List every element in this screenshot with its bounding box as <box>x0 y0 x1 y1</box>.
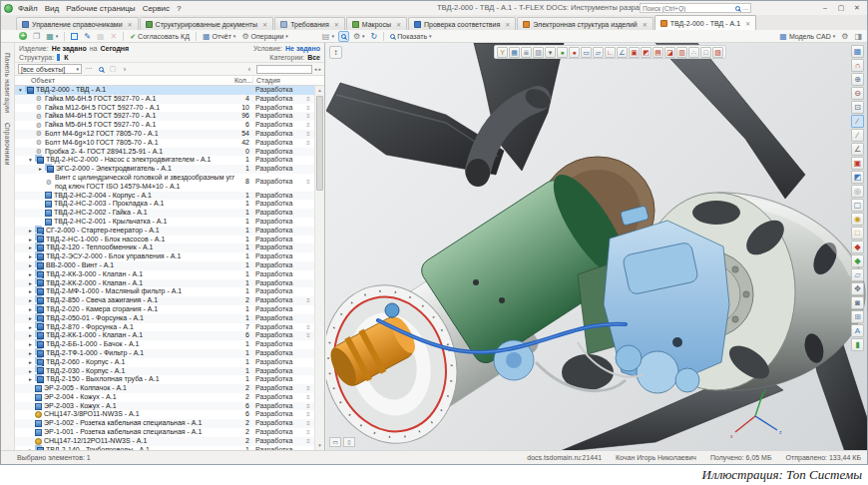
global-search[interactable]: ⋯ <box>640 3 751 13</box>
tab-close-icon[interactable]: ✕ <box>334 21 339 28</box>
document-tab[interactable]: Структурированные документы ✕ <box>140 17 274 30</box>
filter-icon[interactable]: Y <box>497 47 508 58</box>
iso-view-icon[interactable]: ◆ <box>851 254 864 267</box>
table-row[interactable]: ▸ ТВД-2-150 - Выхлопная труба - А.1 1 Ра… <box>15 375 314 384</box>
table-row[interactable]: ▸ ТВД-2-050-01 - Форсунка - А.1 1 Разраб… <box>15 314 314 323</box>
menu-item[interactable]: Вид <box>45 4 59 13</box>
magnet-icon[interactable]: ∩ <box>851 59 864 72</box>
expand-arrow-icon[interactable]: ▸ <box>27 305 34 314</box>
dropdown-caret-icon[interactable]: ▾ <box>545 47 556 58</box>
angle-icon[interactable]: ∠ <box>617 47 628 58</box>
view-button[interactable] <box>69 31 80 42</box>
table-row[interactable]: ⚙ Болт М4-6g×10 ГОСТ 7805-70 - А.1 42 Ра… <box>15 139 314 148</box>
table-row[interactable]: СНЦ147-3/8РО11-NW3S - А.1 6 Разработка ≡ <box>15 410 314 419</box>
zoom-window-icon[interactable]: ⊡ <box>851 101 864 114</box>
section-right-icon[interactable]: ◪ <box>664 47 675 58</box>
column-object[interactable]: Объект <box>15 77 234 84</box>
rotate-disc-icon[interactable]: ◎ <box>851 185 864 198</box>
close-button[interactable]: ✕ <box>849 1 865 15</box>
product-value[interactable]: Не задано <box>52 45 87 52</box>
expand-arrow-icon[interactable]: ▸ <box>27 367 34 376</box>
operations-button[interactable]: ⚙Операции▾ <box>239 31 289 42</box>
search-prev-icon[interactable]: ◂ <box>314 66 317 72</box>
table-row[interactable]: ⚙ Болт М4-6g×12 ГОСТ 7805-70 - А.1 54 Ра… <box>15 130 314 139</box>
table-row[interactable]: ▸ ТВД-2-КК-1-000 - Клапан - А.1 6 Разраб… <box>15 331 314 340</box>
side-rail-tab[interactable]: Справочники <box>4 123 11 166</box>
filter-search-button[interactable] <box>96 64 106 74</box>
table-row[interactable]: ▾ ТВД-2-000 - ТВД - А.1 Разработка <box>15 86 314 95</box>
approve-kd-button[interactable]: ✔Согласовать КД <box>128 31 192 42</box>
zoom-in-icon[interactable]: ⊕ <box>851 73 864 86</box>
expand-arrow-icon[interactable]: ▸ <box>27 375 34 384</box>
document-tab[interactable]: Требования ✕ <box>274 17 345 30</box>
expand-arrow-icon[interactable]: ▸ <box>27 331 34 340</box>
maximize-button[interactable]: ▢ <box>833 1 849 15</box>
rect-region-icon[interactable]: ▭ <box>581 47 592 58</box>
table-row[interactable]: ▸ СГ-2-000 - Стартер-генератор - А.1 1 Р… <box>15 227 314 236</box>
plane-icon[interactable]: ▱ <box>593 47 604 58</box>
table-view-button[interactable]: ▦▾ <box>44 31 60 42</box>
table-row[interactable]: ЭР-2-005 - Колпачок - А.1 2 Разработка ≡ <box>15 384 314 393</box>
object-filter-select[interactable]: [все объекты]▾ <box>18 64 82 74</box>
table-row[interactable]: ▾ ТВД-2-НС-2-000 - Насос с электродвигат… <box>15 156 314 165</box>
table-row[interactable]: ▸ ТВД-2-060 - Корпус - А.1 1 Разработка <box>15 358 314 367</box>
delete-button[interactable]: ✕ <box>109 31 120 42</box>
expand-arrow-icon[interactable]: ▸ <box>37 165 44 174</box>
section-left-icon[interactable]: ◩ <box>641 47 651 58</box>
clip-volume-icon[interactable]: ∴ <box>688 47 699 58</box>
table-row[interactable]: ▸ ТВД-2-020 - Камера сгорания - А.1 1 Ра… <box>15 305 314 314</box>
table-row[interactable]: ▸ ТВД-2-НС-1-000 - Блок насосов - А.1 1 … <box>15 236 314 244</box>
page-remove-icon[interactable]: ▨ <box>712 47 723 58</box>
section-bottom-icon[interactable]: ▥ <box>676 47 687 58</box>
menu-item[interactable]: Файл <box>18 4 38 13</box>
camera-icon[interactable]: ◙ <box>851 296 864 309</box>
table-row[interactable]: ЭР-2-003 - Кожух - А.1 6 Разработка ≡ <box>15 402 314 411</box>
expand-arrow-icon[interactable]: ▸ <box>27 236 34 244</box>
table-row[interactable]: ⚙ Гайка М6-6Н.5 ГОСТ 5927-70 - А.1 4 Раз… <box>15 95 314 104</box>
expand-arrow-icon[interactable]: ▸ <box>27 323 34 332</box>
split-horizontal-button[interactable]: ▭ <box>329 437 341 447</box>
expand-arrow-icon[interactable]: ▸ <box>27 279 34 288</box>
report-button[interactable]: ▦Отчёт▾ <box>201 31 237 42</box>
filter-more-button[interactable]: ⋯ <box>84 64 94 74</box>
tools-button[interactable]: ⚙▾ <box>351 31 367 42</box>
document-tab[interactable]: Макросы ✕ <box>346 17 407 30</box>
table-row[interactable]: ▸ ТВД-2-КК-3-000 - Клапан - А.1 1 Разраб… <box>15 270 314 279</box>
column-stage[interactable]: Стадия <box>252 77 302 84</box>
projection-icon[interactable]: ⊞ <box>851 310 864 323</box>
search-icon[interactable] <box>735 6 740 11</box>
current-user[interactable]: Кочан Игорь Николаевич <box>616 454 696 461</box>
table-row[interactable]: ▸ ТВД-2-850 - Свеча зажигания - А.1 2 Ра… <box>15 296 314 305</box>
search-next-icon[interactable]: ▸ <box>318 66 321 72</box>
tab-close-icon[interactable]: ✕ <box>643 21 648 28</box>
axes-icon[interactable]: ∟ <box>605 47 616 58</box>
filter-apply-button[interactable]: › <box>120 64 130 74</box>
structure-panel-button[interactable]: ↕ <box>329 46 342 59</box>
cad-viewport[interactable]: x y z ↕ Y▦≣▨▾●●▭▱∟∠▣◩▤◪▥∴□▨ ▦∩⊕⊖⊡∕∕∠▣◩◎▢… <box>326 43 867 450</box>
tab-close-icon[interactable]: ✕ <box>505 21 510 28</box>
quick-search-input[interactable] <box>256 65 312 74</box>
layout-grid-icon[interactable]: ▦ <box>851 45 864 58</box>
measure-note-icon[interactable]: ∕ <box>851 129 864 142</box>
condition-value[interactable]: Не задано <box>285 45 320 52</box>
wireframe-view-icon[interactable]: □ <box>851 227 864 240</box>
collapse-search-button[interactable]: ‹ <box>244 64 254 74</box>
table-row[interactable]: ⚙ Винт с цилиндрической головкой и звезд… <box>15 174 314 192</box>
page-add-icon[interactable]: □ <box>700 47 711 58</box>
search-input[interactable] <box>643 5 733 12</box>
expand-arrow-icon[interactable]: ▾ <box>27 156 34 165</box>
table-row[interactable]: ▸ ТВД-2-ЭСУ-2-000 - Блок управления - А.… <box>15 252 314 261</box>
expand-arrow-icon[interactable]: ▸ <box>27 287 34 296</box>
copy-view-icon[interactable]: ▱ <box>851 268 864 281</box>
document-tab[interactable]: ТВД-2-000 - ТВД - А.1 ✕ <box>654 15 756 30</box>
tab-close-icon[interactable]: ✕ <box>262 21 267 28</box>
table-row[interactable]: ТВД-2-НС-2-002 - Гайка - А.1 1 Разработк… <box>15 209 314 218</box>
search-tree-button[interactable] <box>338 31 349 42</box>
menu-item[interactable]: ? <box>177 4 181 13</box>
exclude-point-icon[interactable]: ● <box>557 47 568 58</box>
model-cad-button[interactable]: ▦Модель CAD▾ <box>777 31 837 42</box>
open-copy-button[interactable]: ❐ <box>31 31 42 42</box>
table-row[interactable]: ЭР-2-004 - Кожух - А.1 2 Разработка ≡ <box>15 393 314 402</box>
search-options-icon[interactable]: ⋯ <box>742 5 748 12</box>
table-row[interactable]: ▸ ТВД-2-ТФ-1-000 - Фильтр - А.1 1 Разраб… <box>15 349 314 358</box>
